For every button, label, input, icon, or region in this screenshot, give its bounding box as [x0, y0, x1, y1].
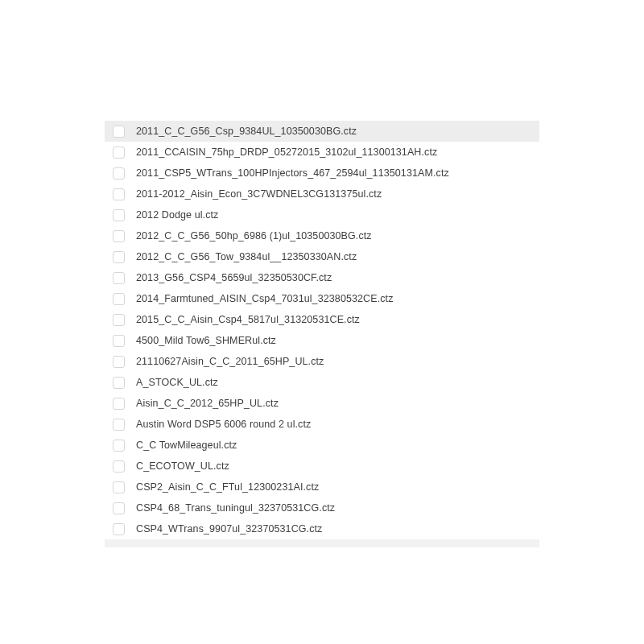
file-checkbox[interactable] — [113, 502, 125, 514]
file-checkbox[interactable] — [113, 419, 125, 431]
file-name-label: C_ECOTOW_UL.ctz — [136, 460, 229, 472]
file-checkbox[interactable] — [113, 126, 125, 138]
file-row[interactable]: 21110627Aisin_C_C_2011_65HP_UL.ctz — [105, 351, 539, 372]
list-footer — [105, 539, 539, 547]
file-checkbox[interactable] — [113, 523, 125, 535]
file-list-container: 2011_C_C_G56_Csp_9384UL_10350030BG.ctz20… — [0, 0, 644, 547]
file-name-label: CSP4_WTrans_9907ul_32370531CG.ctz — [136, 523, 322, 535]
file-name-label: CSP2_Aisin_C_C_FTul_12300231AI.ctz — [136, 481, 319, 493]
file-row[interactable]: 2011_CCAISIN_75hp_DRDP_05272015_3102ul_1… — [105, 142, 539, 163]
file-checkbox[interactable] — [113, 188, 125, 200]
file-checkbox[interactable] — [113, 440, 125, 452]
file-row[interactable]: 2012_C_C_G56_50hp_6986 (1)ul_10350030BG.… — [105, 225, 539, 246]
file-checkbox[interactable] — [113, 209, 125, 221]
file-name-label: 2013_G56_CSP4_5659ul_32350530CF.ctz — [136, 272, 332, 283]
file-row[interactable]: Aisin_C_C_2012_65HP_UL.ctz — [105, 393, 539, 414]
file-name-label: A_STOCK_UL.ctz — [136, 377, 218, 388]
file-name-label: 2011_CSP5_WTrans_100HPInjectors_467_2594… — [136, 167, 449, 179]
file-name-label: 2015_C_C_Aisin_Csp4_5817ul_31320531CE.ct… — [136, 314, 360, 325]
file-row[interactable]: 2012 Dodge ul.ctz — [105, 204, 539, 225]
file-row[interactable]: C_ECOTOW_UL.ctz — [105, 456, 539, 477]
file-checkbox[interactable] — [113, 293, 125, 305]
file-row[interactable]: 2011-2012_Aisin_Econ_3C7WDNEL3CG131375ul… — [105, 184, 539, 204]
file-name-label: 2014_Farmtuned_AISIN_Csp4_7031ul_3238053… — [136, 293, 394, 304]
file-row[interactable]: 2011_C_C_G56_Csp_9384UL_10350030BG.ctz — [105, 121, 539, 142]
file-checkbox[interactable] — [113, 460, 125, 473]
file-name-label: 2011_CCAISIN_75hp_DRDP_05272015_3102ul_1… — [136, 147, 437, 158]
file-name-label: 4500_Mild Tow6_SHMERul.ctz — [136, 335, 276, 346]
file-name-label: Aisin_C_C_2012_65HP_UL.ctz — [136, 398, 279, 409]
file-checkbox[interactable] — [113, 481, 125, 493]
file-row[interactable]: 2015_C_C_Aisin_Csp4_5817ul_31320531CE.ct… — [105, 309, 539, 330]
file-row[interactable]: Austin Word DSP5 6006 round 2 ul.ctz — [105, 414, 539, 435]
file-name-label: 2012_C_C_G56_50hp_6986 (1)ul_10350030BG.… — [136, 230, 372, 242]
file-checkbox[interactable] — [113, 251, 125, 263]
file-row[interactable]: CSP4_68_Trans_tuningul_32370531CG.ctz — [105, 497, 539, 518]
file-checkbox[interactable] — [113, 377, 125, 389]
file-name-label: 2011_C_C_G56_Csp_9384UL_10350030BG.ctz — [136, 126, 357, 137]
file-checkbox[interactable] — [113, 314, 125, 326]
file-name-label: 2011-2012_Aisin_Econ_3C7WDNEL3CG131375ul… — [136, 188, 382, 200]
file-name-label: 2012 Dodge ul.ctz — [136, 209, 218, 221]
file-row[interactable]: 4500_Mild Tow6_SHMERul.ctz — [105, 330, 539, 351]
file-name-label: 21110627Aisin_C_C_2011_65HP_UL.ctz — [136, 356, 324, 367]
file-checkbox[interactable] — [113, 398, 125, 410]
file-row[interactable]: CSP4_WTrans_9907ul_32370531CG.ctz — [105, 518, 539, 539]
file-checkbox[interactable] — [113, 147, 125, 159]
file-row[interactable]: 2011_CSP5_WTrans_100HPInjectors_467_2594… — [105, 163, 539, 184]
file-checkbox[interactable] — [113, 335, 125, 347]
file-name-label: C_C TowMileageul.ctz — [136, 440, 237, 451]
file-row[interactable]: CSP2_Aisin_C_C_FTul_12300231AI.ctz — [105, 477, 539, 497]
file-name-label: Austin Word DSP5 6006 round 2 ul.ctz — [136, 419, 311, 430]
file-checkbox[interactable] — [113, 272, 125, 284]
file-row[interactable]: 2012_C_C_G56_Tow_9384ul__12350330AN.ctz — [105, 246, 539, 267]
file-checkbox[interactable] — [113, 230, 125, 242]
file-name-label: CSP4_68_Trans_tuningul_32370531CG.ctz — [136, 502, 335, 514]
file-list: 2011_C_C_G56_Csp_9384UL_10350030BG.ctz20… — [105, 121, 539, 539]
file-row[interactable]: 2014_Farmtuned_AISIN_Csp4_7031ul_3238053… — [105, 288, 539, 309]
file-checkbox[interactable] — [113, 167, 125, 180]
file-row[interactable]: 2013_G56_CSP4_5659ul_32350530CF.ctz — [105, 267, 539, 288]
file-checkbox[interactable] — [113, 356, 125, 368]
file-row[interactable]: C_C TowMileageul.ctz — [105, 435, 539, 456]
file-row[interactable]: A_STOCK_UL.ctz — [105, 372, 539, 393]
file-name-label: 2012_C_C_G56_Tow_9384ul__12350330AN.ctz — [136, 251, 357, 262]
